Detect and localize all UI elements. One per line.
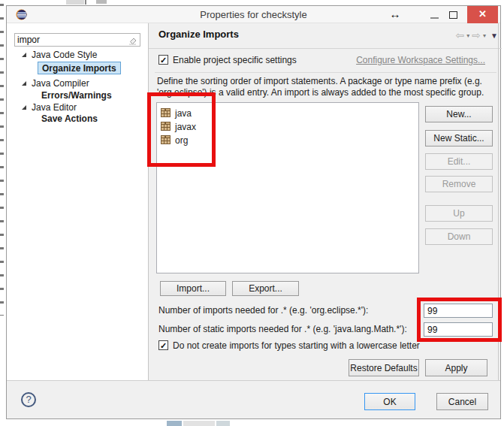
sidebar-item-label: Save Actions bbox=[41, 113, 98, 125]
window-title: Properties for checkstyle bbox=[7, 6, 500, 23]
footer-separator bbox=[7, 380, 500, 381]
cancel-button[interactable]: Cancel bbox=[436, 393, 488, 410]
up-button[interactable]: Up bbox=[425, 205, 493, 222]
background-fragment bbox=[96, 0, 107, 4]
import-groups-list[interactable]: java javax org bbox=[156, 102, 419, 273]
lowercase-types-checkbox[interactable]: ✓ bbox=[158, 340, 168, 350]
remove-button[interactable]: Remove bbox=[425, 176, 493, 192]
sidebar-item-label: Java Code Style bbox=[32, 49, 97, 61]
list-item[interactable]: org bbox=[157, 134, 418, 147]
filter-field[interactable] bbox=[14, 33, 140, 47]
package-icon bbox=[161, 108, 171, 118]
enable-project-settings-label: Enable project specific settings bbox=[173, 55, 297, 65]
ok-button[interactable]: OK bbox=[364, 393, 415, 410]
imports-needed-input[interactable] bbox=[424, 304, 492, 317]
properties-dialog: Properties for checkstyle ↔ ✕ Java Code … bbox=[6, 5, 501, 419]
down-button[interactable]: Down bbox=[425, 228, 493, 245]
static-imports-needed-input[interactable] bbox=[424, 323, 492, 336]
group-name: java bbox=[175, 108, 192, 119]
imports-needed-field[interactable] bbox=[424, 304, 493, 318]
sidebar-item-label: Organize Imports bbox=[38, 62, 121, 74]
list-item[interactable]: java bbox=[157, 107, 418, 120]
description-text: Define the sorting order of import state… bbox=[157, 76, 499, 98]
static-imports-needed-label: Number of static imports needed for .* (… bbox=[158, 324, 407, 334]
close-button[interactable]: ✕ bbox=[467, 6, 498, 23]
background-fragment bbox=[66, 0, 84, 5]
clear-filter-icon[interactable] bbox=[128, 35, 137, 47]
filter-input[interactable] bbox=[17, 35, 122, 45]
enable-project-settings-checkbox[interactable]: ✓ bbox=[158, 55, 168, 65]
background-fragment bbox=[85, 0, 86, 5]
package-icon bbox=[161, 135, 171, 145]
imports-needed-label: Number of imports needed for .* (e.g. 'o… bbox=[158, 305, 368, 316]
list-item[interactable]: javax bbox=[157, 120, 418, 134]
header-separator bbox=[149, 48, 502, 49]
background-fragment bbox=[0, 0, 4, 316]
help-icon[interactable]: ? bbox=[21, 392, 36, 407]
forward-icon[interactable]: ⇨ bbox=[472, 29, 481, 41]
header-nav: ⇦▾⇨▾▼ bbox=[439, 29, 498, 41]
page-title: Organize Imports bbox=[158, 29, 239, 40]
enable-project-settings-row[interactable]: ✓Enable project specific settings bbox=[158, 53, 297, 65]
restore-defaults-button[interactable]: Restore Defaults bbox=[349, 359, 419, 376]
background-fragment bbox=[216, 421, 230, 426]
minimize-button[interactable] bbox=[430, 17, 439, 19]
sidebar-item-save-actions[interactable]: Save Actions bbox=[7, 113, 148, 125]
group-name: org bbox=[175, 135, 188, 146]
tree-expanded-icon[interactable] bbox=[22, 53, 26, 57]
maximize-button[interactable] bbox=[449, 11, 457, 19]
lowercase-types-row[interactable]: ✓Do not create imports for types startin… bbox=[158, 339, 420, 351]
sidebar-item-java-code-style[interactable]: Java Code Style bbox=[7, 49, 148, 61]
new-button[interactable]: New... bbox=[425, 106, 493, 122]
sidebar-item-java-compiler[interactable]: Java Compiler bbox=[7, 77, 148, 89]
background-fragment bbox=[167, 421, 182, 426]
configure-workspace-settings-link[interactable]: Configure Workspace Settings... bbox=[356, 55, 485, 65]
export-button[interactable]: Export... bbox=[232, 281, 299, 296]
view-menu-icon[interactable]: ▼ bbox=[490, 32, 498, 40]
title-bar[interactable]: Properties for checkstyle ↔ ✕ bbox=[7, 6, 500, 23]
back-icon[interactable]: ⇦ bbox=[456, 29, 465, 41]
edit-button[interactable]: Edit... bbox=[425, 153, 493, 170]
static-imports-needed-field[interactable] bbox=[424, 322, 493, 337]
forward-menu-icon[interactable]: ▾ bbox=[483, 32, 486, 39]
section-separator bbox=[155, 72, 496, 73]
new-static-button[interactable]: New Static... bbox=[425, 130, 493, 147]
sidebar-item-organize-imports[interactable]: Organize Imports bbox=[7, 62, 148, 74]
sidebar-item-label: Errors/Warnings bbox=[41, 89, 112, 101]
tree-expanded-icon[interactable] bbox=[22, 105, 26, 110]
sidebar-item-java-editor[interactable]: Java Editor bbox=[7, 101, 148, 113]
back-menu-icon[interactable]: ▾ bbox=[466, 32, 469, 39]
package-icon bbox=[161, 122, 171, 131]
import-button[interactable]: Import... bbox=[160, 281, 226, 296]
preferences-sidebar: Java Code Style Organize Imports Java Co… bbox=[7, 23, 149, 380]
background-fragment bbox=[183, 421, 215, 426]
group-name: javax bbox=[175, 122, 196, 132]
resize-icon[interactable]: ↔ bbox=[386, 6, 404, 23]
lowercase-types-label: Do not create imports for types starting… bbox=[173, 340, 420, 351]
sidebar-item-errors-warnings[interactable]: Errors/Warnings bbox=[7, 89, 148, 101]
sidebar-item-label: Java Compiler bbox=[32, 77, 89, 89]
apply-button[interactable]: Apply bbox=[425, 359, 487, 376]
sidebar-item-label: Java Editor bbox=[32, 101, 77, 113]
tree-expanded-icon[interactable] bbox=[22, 81, 26, 86]
